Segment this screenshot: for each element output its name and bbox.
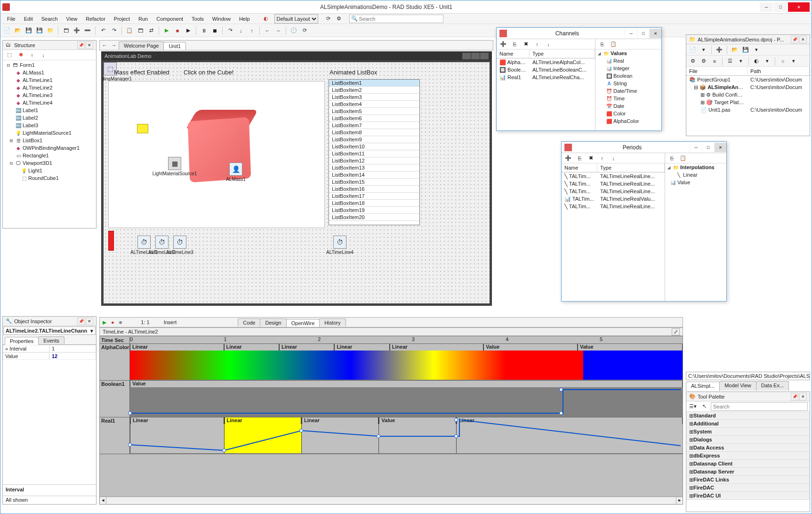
pd-del-icon[interactable]: ✖: [586, 154, 595, 163]
stepout-icon[interactable]: ↑: [247, 26, 257, 35]
period-row[interactable]: 📊 TALTim...TALTimeLineRealValu...: [562, 195, 665, 203]
tabnav-fwd-icon[interactable]: →: [109, 41, 119, 50]
pd-col-name[interactable]: Name: [562, 163, 597, 172]
listbox-item[interactable]: ListBoxItem17: [329, 193, 419, 200]
pm-tool2-icon[interactable]: ▾: [699, 45, 708, 55]
menu-search[interactable]: Search: [38, 15, 62, 23]
pd-paste-icon[interactable]: 📋: [678, 154, 688, 163]
menu-project[interactable]: Project: [110, 15, 134, 23]
pm-close-icon[interactable]: ✕: [799, 36, 807, 43]
pm-open-icon[interactable]: 📂: [730, 45, 740, 55]
viewport3d[interactable]: ▦ LightMaterialSource1 👤 ALMass1: [108, 81, 325, 228]
struct-tool1-icon[interactable]: ⬚: [5, 50, 14, 60]
pause-icon[interactable]: ⏸: [199, 26, 209, 35]
menu-tools[interactable]: Tools: [188, 15, 208, 23]
pm-add-icon[interactable]: ➕: [715, 45, 724, 55]
pd-add-icon[interactable]: ➕: [563, 154, 573, 163]
periods-min-icon[interactable]: —: [690, 143, 702, 152]
period-row[interactable]: ╲ TALTim...TALTimeLineRealLine...: [562, 188, 665, 195]
listbox-item[interactable]: ListBoxItem14: [329, 171, 419, 179]
pd-up-icon[interactable]: ↑: [597, 154, 607, 163]
menu-help[interactable]: Help: [235, 15, 254, 23]
listbox-item[interactable]: ListBoxItem9: [329, 136, 419, 143]
values-header[interactable]: Values: [611, 50, 627, 56]
palette-group[interactable]: ⊞ dbExpress: [686, 452, 810, 460]
new-icon[interactable]: 📄: [2, 26, 12, 35]
property-grid[interactable]: » Interval1 Value12: [3, 345, 96, 360]
listbox-item[interactable]: ListBoxItem13: [329, 164, 419, 171]
palette-group[interactable]: ⊞ Additional: [686, 420, 810, 428]
layout-selector[interactable]: Default Layout: [274, 14, 318, 24]
period-row[interactable]: ╲ TALTim...TALTimeLineRealLine...: [562, 180, 665, 188]
toolbar-config-icon[interactable]: ⚙: [334, 14, 344, 24]
timeline-expand-icon[interactable]: ⤢: [672, 328, 680, 335]
run-icon[interactable]: ▶: [162, 26, 171, 35]
ch-down-icon[interactable]: ↓: [544, 40, 553, 49]
pm-tool11-icon[interactable]: ▾: [789, 57, 798, 66]
pm-build-icon[interactable]: ⚙: [688, 57, 698, 66]
value-item[interactable]: 📊Integer: [595, 65, 661, 72]
listbox-item[interactable]: ListBoxItem6: [329, 115, 419, 122]
timeline-editor[interactable]: Time Sec 0 1 2 3 4 5 AlphaColor1 Linear …: [99, 336, 683, 505]
stop-run-icon[interactable]: ■: [173, 26, 182, 35]
refresh2-icon[interactable]: ⟳: [300, 26, 309, 35]
palette-pin-icon[interactable]: 📌: [791, 393, 798, 400]
save-icon[interactable]: 💾: [24, 26, 33, 35]
menu-file[interactable]: File: [3, 15, 19, 23]
channels-max-icon[interactable]: ☐: [637, 29, 649, 38]
palette-group[interactable]: ⊞ FireDAC UI: [686, 492, 810, 500]
menu-refactor[interactable]: Refactor: [82, 15, 109, 23]
form-designer[interactable]: AnimationLab Demo ⬚ dingManager1 Mass ef…: [101, 51, 492, 306]
listbox-item[interactable]: ListBoxItem4: [329, 101, 419, 108]
value-item[interactable]: 🟥Color: [595, 110, 661, 117]
period-row[interactable]: ╲ TALTim...TALTimeLineRealLine...: [562, 203, 665, 210]
timeline1-component[interactable]: ⏱: [137, 236, 151, 249]
timeline-segment[interactable]: Linear: [224, 344, 279, 351]
struct-tool2-icon[interactable]: ✱: [16, 50, 25, 60]
listbox-item[interactable]: ListBoxItem7: [329, 122, 419, 129]
pm-new-icon[interactable]: 📄: [688, 45, 698, 55]
stop2-icon[interactable]: ⏹: [210, 26, 219, 35]
palette-search-input[interactable]: [711, 402, 808, 411]
tab-dataexplorer[interactable]: Data Ex...: [756, 381, 789, 391]
structure-pin-icon[interactable]: 📌: [77, 41, 85, 49]
value-item[interactable]: 🟥AlphaColor: [595, 117, 661, 125]
palette-group[interactable]: ⊞ FireDAC Links: [686, 476, 810, 484]
pm-col-file[interactable]: File: [686, 67, 748, 75]
timeline-segment[interactable]: Value: [483, 344, 578, 351]
viewform-icon[interactable]: 🗔: [136, 26, 145, 35]
tab-events[interactable]: Events: [38, 336, 64, 344]
back-icon[interactable]: ←: [263, 26, 272, 35]
redo-icon[interactable]: ↷: [109, 26, 119, 35]
pd-copy-icon[interactable]: ⎘: [575, 154, 584, 163]
remove-icon[interactable]: ➖: [83, 26, 92, 35]
ch-del-icon[interactable]: ✖: [521, 40, 531, 49]
interp-item[interactable]: ╲Linear: [665, 171, 726, 179]
tab-modelview[interactable]: Model View: [719, 381, 756, 391]
channel-row[interactable]: 🟥 AlphaC...ALTimeLineAlphaCol...: [497, 58, 595, 66]
menu-run[interactable]: Run: [135, 15, 152, 23]
minimize-button[interactable]: —: [760, 2, 773, 12]
ch-col-type[interactable]: Type: [530, 49, 595, 58]
channels-dialog[interactable]: Channels — ☐ ✕ ➕ ⎘ ✖ ↑ ↓ Name Type 🟥 Alp…: [496, 27, 662, 131]
stepover-icon[interactable]: ↷: [225, 26, 235, 35]
pm-tool10-icon[interactable]: ○: [778, 57, 788, 66]
value-item[interactable]: 🔲Boolean: [595, 72, 661, 80]
pm-col-path[interactable]: Path: [748, 67, 810, 75]
periods-max-icon[interactable]: ☐: [702, 143, 714, 152]
timeline-segment[interactable]: Linear: [390, 344, 484, 351]
run-noDebug-icon[interactable]: ▶: [184, 26, 193, 35]
inspector-pin-icon[interactable]: 📌: [77, 318, 85, 325]
palette-pointer-icon[interactable]: ↖: [699, 402, 709, 411]
channel-row[interactable]: 🔲 Boolean1ALTimeLineBooleanC...: [497, 66, 595, 73]
listbox-item[interactable]: ListBoxItem18: [329, 200, 419, 207]
tabnav-back-icon[interactable]: ←: [100, 41, 109, 50]
pd-copy2-icon[interactable]: ⎘: [667, 154, 676, 163]
undo-icon[interactable]: ↶: [98, 26, 108, 35]
periods-dialog[interactable]: Periods — ☐ ✕ ➕ ⎘ ✖ ↑ ↓ Name Type ╲ TALT…: [561, 141, 727, 302]
timeline-segment[interactable]: Linear: [279, 344, 334, 351]
audits-icon[interactable]: ◐: [261, 14, 271, 24]
pm-tool9-icon[interactable]: ▾: [763, 57, 772, 66]
pm-dropdown-icon[interactable]: ▾: [752, 45, 761, 55]
scroll-right-icon[interactable]: ▸: [676, 497, 683, 504]
